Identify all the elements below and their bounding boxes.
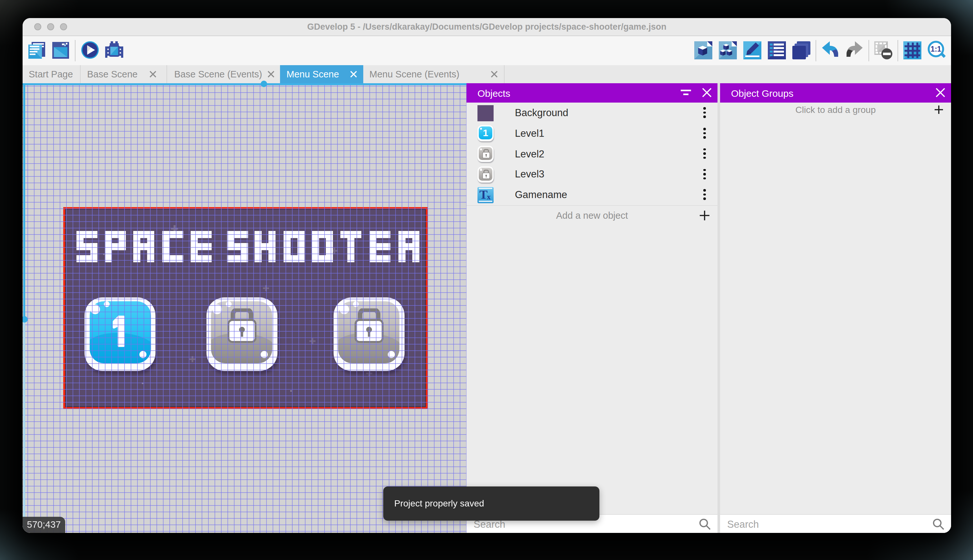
svg-text:1:1: 1:1 [930,45,941,53]
